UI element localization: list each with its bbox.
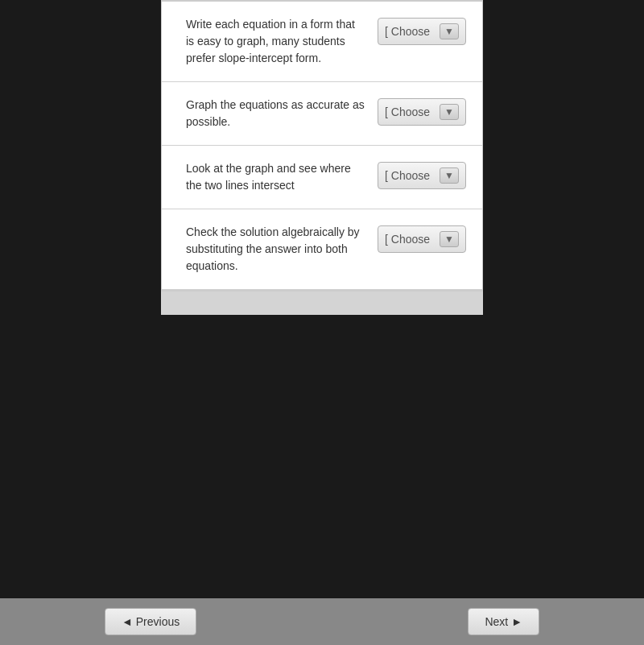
choose-label-2: [ Choose	[385, 105, 435, 118]
choose-dropdown-2[interactable]: [ Choose▼	[378, 98, 466, 126]
bottom-navigation: ◄ Previous Next ►	[0, 598, 644, 645]
question-row-2: Graph the equations as accurate as possi…	[162, 82, 482, 146]
dropdown-wrapper-2: [ Choose▼	[378, 97, 466, 126]
card-bottom-bar	[161, 291, 483, 315]
next-button[interactable]: Next ►	[468, 608, 539, 635]
dropdown-arrow-icon-3: ▼	[440, 167, 459, 184]
choose-dropdown-1[interactable]: [ Choose▼	[378, 18, 466, 45]
choose-dropdown-3[interactable]: [ Choose▼	[378, 162, 466, 189]
dropdown-wrapper-4: [ Choose▼	[378, 224, 466, 253]
question-text-2: Graph the equations as accurate as possi…	[186, 97, 378, 130]
dropdown-wrapper-3: [ Choose▼	[378, 160, 466, 189]
choose-label-4: [ Choose	[385, 233, 435, 246]
choose-label-1: [ Choose	[385, 25, 435, 38]
choose-dropdown-4[interactable]: [ Choose▼	[378, 225, 466, 253]
question-text-1: Write each equation in a form that is ea…	[186, 16, 378, 67]
question-text-3: Look at the graph and see where the two …	[186, 160, 378, 194]
question-row-4: Check the solution algebraically by subs…	[162, 209, 482, 290]
dropdown-wrapper-1: [ Choose▼	[378, 16, 466, 45]
question-text-4: Check the solution algebraically by subs…	[186, 224, 378, 275]
dropdown-arrow-icon-2: ▼	[440, 104, 459, 120]
previous-button[interactable]: ◄ Previous	[105, 608, 196, 635]
choose-label-3: [ Choose	[385, 169, 435, 182]
dropdown-arrow-icon-4: ▼	[440, 231, 459, 247]
question-row-1: Write each equation in a form that is ea…	[162, 2, 482, 82]
main-wrapper: Write each equation in a form that is ea…	[0, 0, 644, 645]
content-card: Write each equation in a form that is ea…	[161, 2, 483, 291]
question-row-3: Look at the graph and see where the two …	[162, 146, 482, 209]
dropdown-arrow-icon-1: ▼	[440, 23, 459, 39]
